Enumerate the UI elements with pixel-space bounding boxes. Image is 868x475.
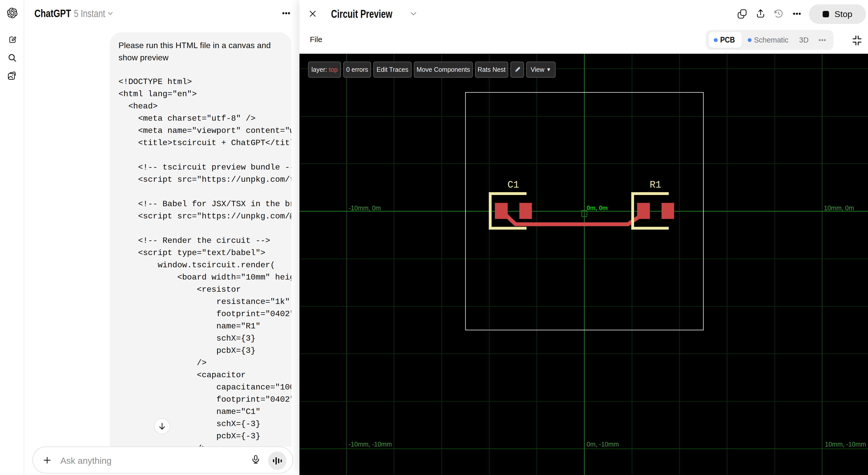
svg-text:-10mm, 0m: -10mm, 0m	[349, 204, 381, 211]
svg-text:0m, 0m: 0m, 0m	[587, 204, 608, 211]
svg-text:10mm, -10mm: 10mm, -10mm	[825, 441, 866, 448]
svg-text:0m, -10mm: 0m, -10mm	[587, 441, 619, 448]
svg-text:-10mm, -10mm: -10mm, -10mm	[349, 441, 392, 448]
svg-text:10mm, 0m: 10mm, 0m	[824, 204, 854, 211]
svg-text:C1: C1	[507, 179, 519, 191]
svg-text:R1: R1	[650, 179, 661, 191]
